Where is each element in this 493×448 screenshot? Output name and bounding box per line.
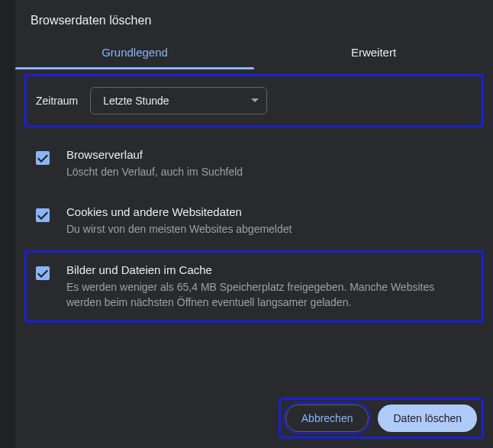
option-body: Bilder und Dateien im Cache Es werden we… <box>66 263 469 311</box>
option-body: Browserverlauf Löscht den Verlauf, auch … <box>66 148 469 179</box>
option-cookies: Cookies und andere Websitedaten Du wirst… <box>24 192 484 250</box>
option-title: Cookies und andere Websitedaten <box>66 205 469 218</box>
checkbox-cookies[interactable] <box>36 208 50 222</box>
option-desc: Du wirst von den meisten Websites abgeme… <box>66 221 469 237</box>
option-desc: Es werden weniger als 65,4 MB Speicherpl… <box>66 279 469 311</box>
dialog-footer: Abbrechen Daten löschen <box>279 398 484 439</box>
tab-advanced[interactable]: Erweitert <box>254 37 493 69</box>
option-title: Bilder und Dateien im Cache <box>66 263 469 276</box>
chevron-down-icon <box>251 98 259 103</box>
option-browsing-history: Browserverlauf Löscht den Verlauf, auch … <box>24 135 484 192</box>
tabs: Grundlegend Erweitert <box>15 37 493 69</box>
check-icon <box>37 269 48 278</box>
time-range-select[interactable]: Letzte Stunde <box>90 87 267 114</box>
clear-data-dialog: Browserdaten löschen Grundlegend Erweite… <box>15 0 493 448</box>
clear-data-button[interactable]: Daten löschen <box>378 404 477 432</box>
dialog-title: Browserdaten löschen <box>15 0 493 37</box>
option-title: Browserverlauf <box>66 148 469 161</box>
time-range-value: Letzte Stunde <box>103 95 169 107</box>
tab-underline <box>15 67 254 69</box>
tab-basic[interactable]: Grundlegend <box>15 37 254 69</box>
option-body: Cookies und andere Websitedaten Du wirst… <box>66 205 469 237</box>
content: Zeitraum Letzte Stunde Browserverlauf Lö… <box>15 74 493 323</box>
time-range-row: Zeitraum Letzte Stunde <box>24 74 484 127</box>
options-list: Browserverlauf Löscht den Verlauf, auch … <box>21 135 487 323</box>
cancel-button[interactable]: Abbrechen <box>285 404 369 432</box>
option-desc: Löscht den Verlauf, auch im Suchfeld <box>66 164 469 179</box>
time-range-label: Zeitraum <box>36 95 78 107</box>
option-cache: Bilder und Dateien im Cache Es werden we… <box>24 250 484 324</box>
checkbox-browsing-history[interactable] <box>36 151 50 165</box>
check-icon <box>37 211 48 220</box>
check-icon <box>37 153 48 163</box>
checkbox-cache[interactable] <box>36 266 50 280</box>
